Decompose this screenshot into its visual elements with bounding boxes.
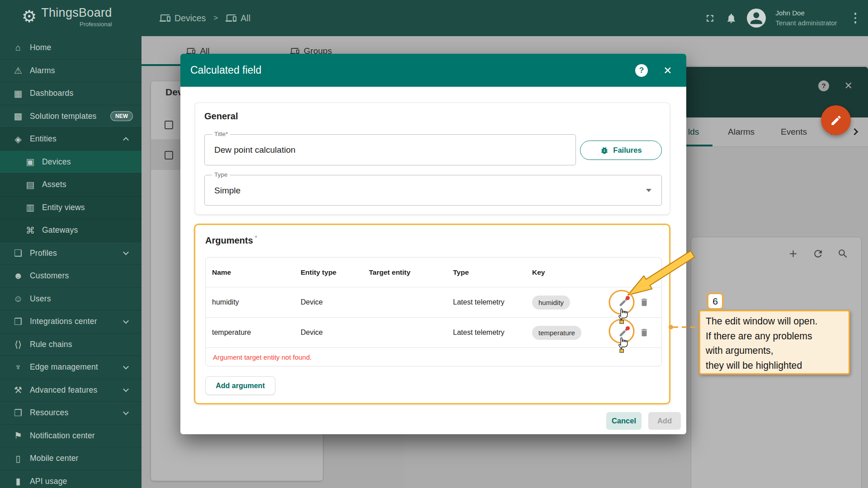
pencil-icon [830,114,842,127]
failures-button[interactable]: Failures [580,141,662,160]
dialog-header: Calculated field ? ✕ [180,54,686,87]
edit-argument-button[interactable] [615,294,632,310]
calculated-field-dialog: Calculated field ? ✕ General Title* Fail… [180,54,686,434]
type-select-label: Type [212,171,230,178]
sidebar-item-users[interactable]: ☺Users [0,287,142,310]
bell-icon [726,13,737,24]
mobile-center-icon: ▯ [12,453,24,464]
breadcrumb-devices[interactable]: Devices [175,13,206,23]
sidebar-item-devices[interactable]: ▣Devices [0,150,142,174]
sidebar-item-label: Entities [30,134,57,144]
chevron-down-icon [123,386,129,392]
sidebar-item-rule-chains[interactable]: ⟨⟩Rule chains [0,333,142,356]
more-menu-button[interactable] [853,11,859,25]
entities-icon: ◈ [12,134,24,145]
arguments-table-header: Name Entity type Target entity Type Key [206,258,661,287]
sidebar-item-label: Edge management [30,362,98,372]
fullscreen-icon [704,13,716,24]
sidebar-item-api-usage[interactable]: ▮API usage [0,470,142,488]
type-select-value: Simple [214,186,241,196]
sidebar-item-label: Customers [30,271,69,281]
sidebar-item-resources[interactable]: ❐Resources [0,401,142,424]
api-usage-icon: ▮ [12,476,24,487]
avatar[interactable] [747,9,766,28]
sidebar-item-label: Entity views [42,203,85,212]
sidebar-item-home[interactable]: ⌂Home [0,36,142,59]
brand-title: ThingsBoard [41,6,112,20]
chevron-down-icon [123,318,129,324]
screen: ⚙ ThingsBoard Professional Devices > All… [0,0,868,488]
sidebar-item-label: API usage [30,477,67,486]
argument-name: humidity [212,298,301,306]
sidebar-item-assets[interactable]: ▤Assets [0,173,142,196]
help-icon[interactable]: ? [635,64,648,77]
sidebar-item-mobile-center[interactable]: ▯Mobile center [0,447,142,470]
assets-icon: ▤ [24,179,36,190]
argument-type: Latest telemetry [453,298,532,306]
sidebar-item-solution-templates[interactable]: ▩Solution templatesNEW [0,105,142,128]
sidebar-item-label: Gateways [42,225,78,235]
argument-entity-type: Device [301,298,369,306]
user-name: John Doe [776,8,837,19]
sidebar-item-label: Assets [42,180,66,189]
general-section: General Title* Failures Type Simple [195,103,670,215]
close-icon[interactable]: ✕ [660,63,675,78]
solution-templates-icon: ▩ [12,111,24,122]
new-badge: NEW [110,111,133,121]
edit-fab-button[interactable] [821,105,851,135]
edge-management-icon: ♆ [12,362,24,372]
resources-icon: ❐ [12,408,24,418]
arguments-heading: Arguments* [205,234,257,246]
sidebar-item-notification-center[interactable]: ⚑Notification center [0,424,142,447]
key-chip: temperature [532,326,581,340]
sidebar-item-label: Devices [42,157,71,167]
sidebar-item-label: Resources [30,408,68,418]
add-button[interactable]: Add [648,412,681,430]
sidebar-item-advanced-features[interactable]: ⚒Advanced features [0,379,142,402]
argument-name: temperature [212,328,301,337]
title-field: Title* [204,134,576,165]
user-info[interactable]: John Doe Tenant administrator [776,8,837,28]
chevron-down-icon [646,189,651,192]
sidebar-item-gateways[interactable]: ⌘Gateways [0,219,142,242]
sidebar-item-label: Integrations center [30,317,97,326]
cancel-button[interactable]: Cancel [606,412,642,430]
chevron-up-icon [123,137,129,143]
dashboards-icon: ▦ [12,88,24,99]
devices-icon [160,13,170,23]
dialog-title: Calculated field [190,54,261,87]
sidebar-item-entity-views[interactable]: ▥Entity views [0,196,142,219]
failures-label: Failures [613,146,642,155]
sidebar-item-label: Solution templates [30,112,97,121]
add-argument-button[interactable]: Add argument [205,376,275,395]
sidebar-item-label: Notification center [30,431,95,441]
profiles-icon: ❏ [12,248,24,258]
argument-type: Latest telemetry [453,328,532,337]
edit-argument-button[interactable] [615,324,632,341]
sidebar-item-integrations-center[interactable]: ❒Integrations center [0,310,142,333]
sidebar-item-label: Dashboards [30,89,73,98]
fullscreen-button[interactable] [704,13,716,24]
argument-entity-type: Device [301,328,369,337]
argument-actions [613,294,662,310]
argument-row: humidityDeviceLatest telemetryhumidity [206,287,661,318]
sidebar-item-entities[interactable]: ◈Entities [0,127,142,150]
breadcrumb-all[interactable]: All [241,13,250,23]
delete-argument-button[interactable] [636,324,652,341]
arguments-section: Arguments* Name Entity type Target entit… [194,224,670,404]
notifications-button[interactable] [726,13,737,24]
alarms-icon: ⚠ [12,65,24,76]
sidebar-item-dashboards[interactable]: ▦Dashboards [0,82,142,105]
advanced-features-icon: ⚒ [12,385,24,395]
sidebar-item-edge-management[interactable]: ♆Edge management [0,356,142,379]
sidebar-item-profiles[interactable]: ❏Profiles [0,242,142,265]
thingsboard-logo[interactable]: ⚙ ThingsBoard Professional [22,6,112,28]
sidebar-item-alarms[interactable]: ⚠Alarms [0,59,142,82]
argument-key-cell: temperature [532,326,613,340]
delete-argument-button[interactable] [636,294,652,310]
annotation-step-number: 6 [707,293,723,310]
sidebar-item-label: Mobile center [30,454,79,463]
type-select[interactable]: Type Simple [204,175,662,206]
title-input[interactable] [212,135,556,165]
sidebar-item-customers[interactable]: ☻Customers [0,264,142,287]
